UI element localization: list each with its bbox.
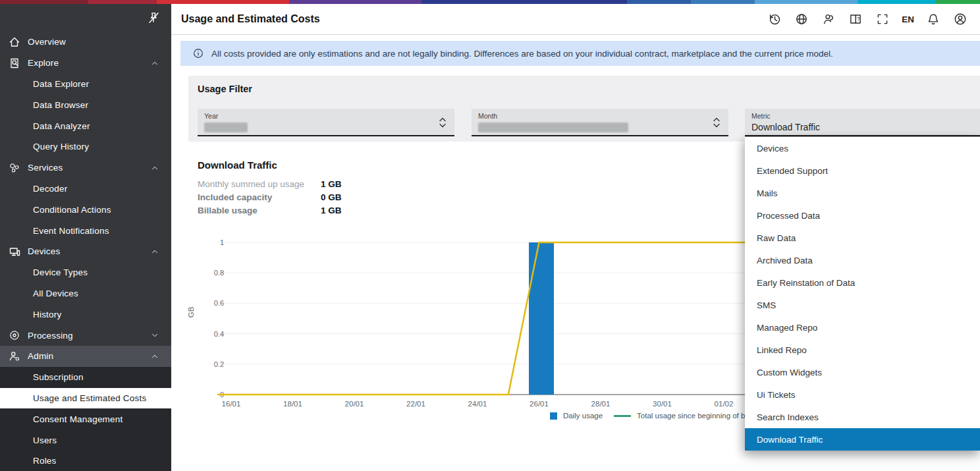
sidebar-item-label: Event Notifications [33, 226, 109, 236]
metric-select[interactable]: Metric Download Traffic [745, 109, 980, 136]
metric-option-devices[interactable]: Devices [745, 137, 980, 159]
stat-label: Monthly summed up usage [198, 179, 321, 189]
metric-option-raw-data[interactable]: Raw Data [745, 227, 980, 249]
chevron-up-icon [150, 59, 159, 68]
chevron-up-icon [150, 247, 159, 256]
manual-help-icon[interactable]: ? [848, 11, 863, 27]
sidebar-item-label: All Devices [33, 289, 78, 298]
info-banner: All costs provided are only estimations … [180, 41, 980, 66]
sidebar-item-label: Explore [28, 58, 59, 68]
pin-off-icon[interactable] [146, 11, 161, 25]
main-content: All costs provided are only estimations … [171, 35, 980, 471]
stat-row: Monthly summed up usage1 GB [198, 177, 342, 190]
sidebar-item-data-analyzer[interactable]: Data Analyzer [0, 115, 171, 136]
sidebar-item-devices[interactable]: Devices [0, 241, 171, 262]
year-select[interactable]: Year [198, 109, 454, 136]
metric-option-archived-data[interactable]: Archived Data [745, 249, 980, 271]
stat-value: 1 GB [321, 179, 342, 189]
fullscreen-icon[interactable] [875, 11, 890, 27]
sidebar-item-subscription[interactable]: Subscription [0, 367, 171, 388]
sidebar-item-consent-management[interactable]: Consent Management [0, 408, 171, 429]
x-tick-label: 30/01 [653, 400, 672, 408]
sidebar-item-query-history[interactable]: Query History [0, 136, 171, 157]
sidebar-item-label: Overview [28, 37, 66, 47]
account-icon[interactable] [952, 11, 968, 27]
sidebar-item-users[interactable]: Users [0, 429, 171, 451]
sidebar-item-admin[interactable]: Admin [0, 346, 171, 367]
sidebar-item-device-types[interactable]: Device Types [0, 262, 171, 283]
legend-bar-swatch [550, 412, 557, 420]
sidebar-item-data-explorer[interactable]: Data Explorer [0, 74, 171, 95]
month-select[interactable]: Month [472, 109, 728, 136]
sidebar-pin-row [0, 4, 171, 32]
sidebar-item-label: Usage and Estimated Costs [33, 393, 146, 403]
admin-icon [8, 350, 21, 363]
sidebar-item-conditional-actions[interactable]: Conditional Actions [0, 199, 171, 220]
processing-icon [8, 329, 21, 342]
x-tick-label: 28/01 [591, 400, 611, 408]
x-tick-label: 20/01 [345, 400, 364, 408]
x-tick-label: 22/01 [406, 400, 425, 408]
metric-option-early-reinstation-of-data[interactable]: Early Reinstation of Data [745, 271, 980, 294]
stat-label: Billable usage [198, 206, 321, 215]
chevron-up-icon [150, 163, 159, 173]
sidebar-item-services[interactable]: Services [0, 157, 171, 179]
language-globe-icon[interactable] [794, 11, 809, 27]
usage-chart: 00.20.40.60.8116/0118/0120/0122/0124/012… [195, 236, 751, 412]
metric-option-sms[interactable]: SMS [745, 294, 980, 316]
services-icon [8, 161, 21, 175]
metric-option-extended-support[interactable]: Extended Support [745, 159, 980, 182]
sidebar-item-explore[interactable]: Explore [0, 53, 171, 74]
info-icon [192, 47, 204, 59]
sidebar-item-decoder[interactable]: Decoder [0, 179, 171, 200]
sidebar-item-label: Users [33, 435, 57, 445]
sidebar-item-overview[interactable]: Overview [0, 32, 171, 53]
chevron-up-icon [150, 352, 159, 361]
metric-select-label: Metric [751, 112, 771, 120]
sidebar-item-label: Services [28, 163, 63, 173]
sidebar-item-label: Conditional Actions [33, 205, 111, 215]
sidebar: OverviewExploreData ExplorerData Browser… [0, 4, 171, 471]
sidebar-item-label: Query History [33, 142, 89, 152]
metric-dropdown: DevicesExtended SupportMailsProcessed Da… [745, 136, 980, 451]
metric-option-ui-tickets[interactable]: Ui Tickets [745, 383, 980, 406]
metric-section-title: Download Traffic [198, 159, 277, 171]
metric-option-processed-data[interactable]: Processed Data [745, 204, 980, 227]
stat-row: Included capacity0 GB [198, 190, 342, 204]
sidebar-item-processing[interactable]: Processing [0, 325, 171, 346]
legend-line-swatch [614, 415, 631, 417]
sidebar-item-data-browser[interactable]: Data Browser [0, 94, 171, 115]
sidebar-item-label: Processing [28, 331, 73, 341]
month-value-redacted [478, 123, 628, 132]
x-tick-label: 01/02 [715, 400, 734, 408]
devices-icon [8, 245, 21, 258]
metric-select-value: Download Traffic [751, 122, 820, 132]
legend-label: Daily usage [563, 412, 603, 420]
notifications-bell-icon[interactable] [925, 11, 941, 27]
header-actions: ?EN [767, 11, 980, 27]
y-tick-label: 0.6 [214, 299, 224, 307]
metric-option-mails[interactable]: Mails [745, 182, 980, 204]
metric-option-linked-repo[interactable]: Linked Repo [745, 339, 980, 361]
sidebar-item-roles[interactable]: Roles [0, 451, 171, 471]
sidebar-item-label: Devices [28, 246, 60, 256]
metric-option-search-indexes[interactable]: Search Indexes [745, 406, 980, 428]
sidebar-item-all-devices[interactable]: All Devices [0, 283, 171, 304]
chevron-up-down-icon[interactable] [437, 115, 448, 130]
metric-option-custom-widgets[interactable]: Custom Widgets [745, 361, 980, 383]
sidebar-item-event-notifications[interactable]: Event Notifications [0, 220, 171, 241]
chevron-up-down-icon[interactable] [711, 115, 722, 130]
x-tick-label: 16/01 [222, 400, 241, 408]
history-icon[interactable] [767, 11, 782, 27]
support-icon[interactable] [821, 11, 836, 27]
sidebar-item-history[interactable]: History [0, 304, 171, 325]
sidebar-item-label: Subscription [33, 372, 84, 382]
page-title: Usage and Estimated Costs [171, 13, 320, 25]
metric-option-managed-repo[interactable]: Managed Repo [745, 316, 980, 339]
metric-option-download-traffic[interactable]: Download Traffic [745, 428, 980, 451]
sidebar-item-usage-and-estimated-costs[interactable]: Usage and Estimated Costs [0, 388, 171, 409]
stat-label: Included capacity [198, 192, 321, 202]
language-selector[interactable]: EN [902, 14, 914, 24]
chevron-down-icon [150, 331, 159, 340]
sidebar-item-label: Admin [28, 351, 53, 361]
